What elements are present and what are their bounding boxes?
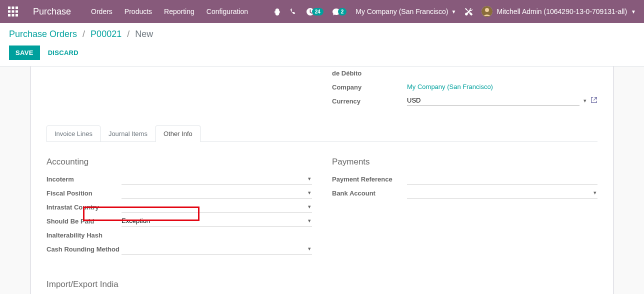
dropdown-caret-icon[interactable]: ▾ [584,98,586,104]
discard-button[interactable]: DISCARD [48,49,78,56]
nav-menu: Orders Products Reporting Configuration [91,8,248,16]
field-incoterm: Incoterm ▾ [46,173,312,187]
breadcrumb: Purchase Orders / P00021 / New [9,29,635,40]
label-company: Company [332,82,407,91]
svg-rect-5 [16,10,18,13]
dropdown-caret-icon[interactable]: ▾ [308,246,311,252]
label-should-be-paid: Should Be Paid [46,215,122,226]
user-menu[interactable]: Mitchell Admin (1064290-13-0-709131-all)… [482,6,636,17]
svg-rect-1 [12,6,14,9]
company-selector[interactable]: My Company (San Francisco) ▼ [356,8,456,16]
label-currency: Currency [332,96,407,105]
field-intrastat-country: Intrastat Country ▾ [46,201,312,215]
input-incoterm[interactable] [122,174,312,184]
debug-icon[interactable] [274,8,281,16]
nav-configuration[interactable]: Configuration [206,8,248,16]
top-fields: de Débito Company My Company (San Franci… [46,66,598,108]
svg-rect-8 [16,14,18,16]
messages-icon[interactable]: 2 [332,8,347,16]
input-fiscal-position[interactable] [122,188,312,198]
label-bank-account: Bank Account [332,187,407,198]
avatar [482,6,492,17]
caret-down-icon: ▼ [631,9,636,14]
field-bank-account: Bank Account ▾ [332,187,598,201]
label-payment-reference: Payment Reference [332,173,407,184]
svg-rect-7 [12,14,14,16]
field-cash-rounding: Cash Rounding Method ▾ [46,243,312,257]
section-import-export-title: Import/Export India [46,280,312,290]
value-inalterability-hash [122,229,312,232]
field-company: Company My Company (San Francisco) [332,80,598,92]
messages-badge: 2 [338,8,347,16]
svg-rect-0 [8,6,10,9]
app-brand[interactable]: Purchase [33,6,71,17]
section-accounting-title: Accounting [46,157,312,167]
field-fiscal-position: Fiscal Position ▾ [46,187,312,201]
field-payment-reference: Payment Reference [332,173,598,187]
svg-rect-6 [8,14,10,16]
caret-down-icon: ▼ [451,9,456,14]
field-inalterability-hash: Inalterability Hash [46,229,312,243]
save-button[interactable]: SAVE [9,46,40,60]
field-de-debito: de Débito [332,66,598,78]
dropdown-caret-icon[interactable]: ▾ [308,204,311,210]
input-should-be-paid[interactable] [122,216,312,226]
section-payments-title: Payments [332,157,598,167]
input-bank-account[interactable] [407,188,598,198]
breadcrumb-mid[interactable]: P00021 [90,29,122,39]
svg-point-10 [485,8,489,12]
tab-journal-items[interactable]: Journal Items [100,126,156,142]
breadcrumb-sep: / [82,29,85,39]
other-info-body: Accounting Incoterm ▾ Fiscal Position ▾ [46,142,598,294]
breadcrumb-bar: Purchase Orders / P00021 / New [0,23,644,42]
breadcrumb-current: New [135,29,153,39]
tab-other-info[interactable]: Other Info [156,126,200,142]
label-intrastat-country: Intrastat Country [46,201,122,212]
external-link-icon[interactable] [590,96,598,105]
sheet: de Débito Company My Company (San Franci… [30,66,614,294]
dropdown-caret-icon[interactable]: ▾ [308,218,311,224]
activities-icon[interactable]: 24 [306,8,324,16]
user-name: Mitchell Admin (1064290-13-0-709131-all) [496,8,627,16]
action-bar: SAVE DISCARD [0,42,644,66]
value-company[interactable]: My Company (San Francisco) [407,83,598,90]
activities-badge: 24 [312,8,324,16]
apps-icon[interactable] [8,6,18,16]
label-inalterability-hash: Inalterability Hash [46,229,122,240]
svg-rect-4 [12,10,14,13]
dropdown-caret-icon[interactable]: ▾ [308,190,311,196]
navbar: Purchase Orders Products Reporting Confi… [0,0,644,23]
label-cash-rounding: Cash Rounding Method [46,243,122,254]
nav-right: 24 2 My Company (San Francisco) ▼ Mitche… [274,6,636,17]
svg-rect-3 [8,10,10,13]
input-cash-rounding[interactable] [122,244,312,254]
label-incoterm: Incoterm [46,173,122,184]
field-should-be-paid: Should Be Paid ▾ [46,215,312,229]
label-de-debito: de Débito [332,68,407,77]
breadcrumb-sep: / [127,29,130,39]
breadcrumb-root[interactable]: Purchase Orders [9,29,77,39]
dropdown-caret-icon[interactable]: ▾ [594,190,596,196]
tab-invoice-lines[interactable]: Invoice Lines [46,126,100,142]
company-name: My Company (San Francisco) [356,8,448,16]
label-fiscal-position: Fiscal Position [46,187,122,198]
nav-orders[interactable]: Orders [91,8,112,16]
nav-reporting[interactable]: Reporting [164,8,194,16]
input-currency[interactable] [407,95,580,106]
wrench-icon[interactable] [465,8,472,16]
sheet-container: de Débito Company My Company (San Franci… [0,66,644,294]
input-intrastat-country[interactable] [122,202,312,212]
tabs: Invoice Lines Journal Items Other Info [46,126,598,142]
dropdown-caret-icon[interactable]: ▾ [308,176,311,182]
nav-products[interactable]: Products [124,8,152,16]
input-payment-reference[interactable] [407,174,598,184]
phone-icon[interactable] [290,8,298,16]
svg-rect-2 [16,6,18,9]
field-currency: Currency ▾ [332,94,598,106]
